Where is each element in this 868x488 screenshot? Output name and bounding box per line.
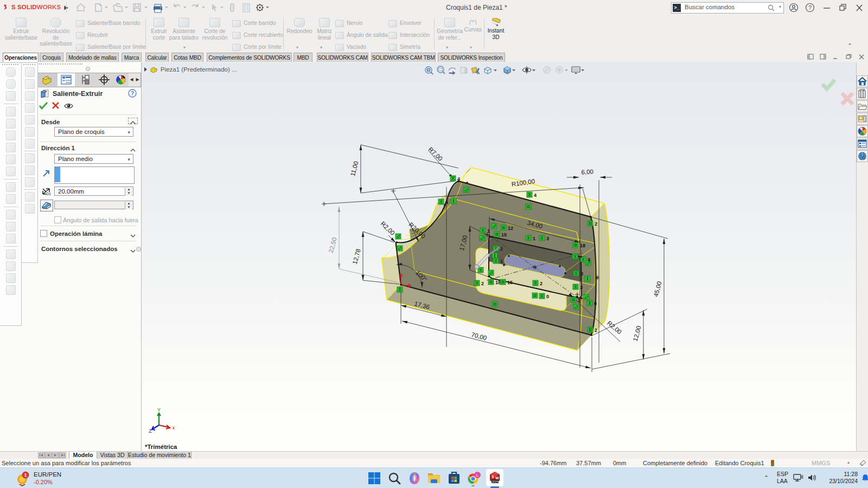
svg-text:1: 1 bbox=[533, 236, 535, 241]
svg-text:S: S bbox=[492, 475, 494, 479]
svg-text:3: 3 bbox=[580, 285, 583, 290]
svg-text:1: 1 bbox=[487, 228, 490, 234]
svg-text:0: 0 bbox=[546, 294, 549, 299]
svg-text:Pieza1 (Predeterminado) ...: Pieza1 (Predeterminado) ... bbox=[161, 66, 237, 73]
svg-text:1: 1 bbox=[24, 472, 27, 478]
svg-text:2: 2 bbox=[500, 246, 503, 252]
svg-text:4: 4 bbox=[534, 192, 537, 198]
svg-text:Z: Z bbox=[149, 428, 152, 434]
svg-text:6,00: 6,00 bbox=[581, 168, 593, 176]
svg-text:2: 2 bbox=[595, 221, 597, 227]
svg-text:D1: D1 bbox=[46, 192, 51, 196]
svg-text:Y: Y bbox=[157, 407, 161, 413]
svg-text:12: 12 bbox=[508, 226, 513, 231]
svg-text:?: ? bbox=[131, 91, 134, 97]
svg-text:0: 0 bbox=[580, 271, 583, 277]
svg-text:x: x bbox=[173, 425, 175, 431]
svg-text:0: 0 bbox=[594, 301, 597, 306]
svg-text:1: 1 bbox=[500, 259, 503, 264]
svg-text:?: ? bbox=[808, 5, 812, 11]
svg-text:2: 2 bbox=[481, 281, 484, 286]
svg-text:18: 18 bbox=[495, 280, 501, 285]
svg-text:15: 15 bbox=[507, 280, 513, 285]
svg-text:1: 1 bbox=[578, 298, 580, 303]
svg-text:W: W bbox=[495, 476, 499, 480]
svg-text:L: L bbox=[476, 473, 479, 478]
svg-text:4: 4 bbox=[445, 200, 448, 205]
svg-text:2024: 2024 bbox=[492, 480, 498, 483]
svg-text:18: 18 bbox=[580, 243, 585, 248]
svg-text:15: 15 bbox=[501, 232, 507, 237]
svg-text:2: 2 bbox=[540, 281, 542, 286]
svg-text:*Trimétrica: *Trimétrica bbox=[145, 444, 177, 450]
svg-text:3: 3 bbox=[546, 236, 549, 241]
svg-text:2: 2 bbox=[595, 328, 597, 333]
svg-text:A: A bbox=[477, 70, 480, 75]
svg-text:3: 3 bbox=[588, 257, 590, 262]
